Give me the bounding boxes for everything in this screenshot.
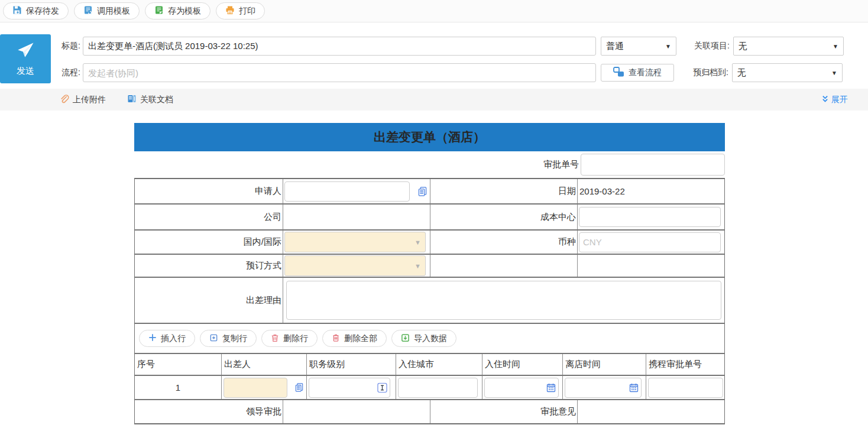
traveler-input[interactable] [224, 378, 287, 398]
trip-reason-cell [283, 278, 724, 323]
upload-attachment-button[interactable]: 上传附件 [59, 94, 106, 106]
copy-row-label: 复制行 [222, 333, 247, 344]
booking-method-select[interactable]: ▼ [284, 255, 426, 276]
trash-all-icon [332, 333, 340, 344]
currency-input[interactable] [579, 232, 721, 252]
dropdown-arrow-icon: ▼ [833, 43, 838, 50]
print-button[interactable]: 打印 [216, 2, 265, 20]
row-company-costcenter: 公司 成本中心 [135, 203, 724, 229]
form-title: 出差变更单（酒店） [134, 123, 725, 151]
related-doc-label: 关联文档 [140, 95, 173, 105]
ctrip-approval-no-input[interactable] [648, 378, 723, 398]
cost-center-label: 成本中心 [430, 205, 577, 229]
business-trip-form: 出差变更单（酒店） 审批单号 申请人 日期 2019-03-22 公司 成本中心 [134, 123, 725, 424]
person-picker-icon[interactable] [418, 186, 427, 197]
dropdown-arrow-icon: ▼ [414, 239, 421, 246]
save-draft-label: 保存待发 [26, 6, 59, 17]
print-label: 打印 [239, 6, 255, 17]
dropdown-arrow-icon: ▼ [831, 70, 837, 76]
delete-row-button[interactable]: 删除行 [261, 330, 318, 347]
cost-center-input[interactable] [579, 207, 721, 227]
insert-row-label: 插入行 [161, 333, 186, 344]
traveler-cell [221, 376, 306, 399]
related-project-select[interactable]: 无 ▼ [733, 37, 844, 56]
calendar-icon[interactable] [546, 383, 556, 392]
row-leader-approval: 领导审批 审批意见 [135, 399, 724, 423]
person-picker-icon[interactable] [295, 382, 303, 392]
row-trip-reason: 出差理由 [135, 277, 724, 323]
trip-reason-textarea[interactable] [286, 281, 721, 320]
load-template-button[interactable]: 调用模板 [74, 2, 140, 20]
double-chevron-down-icon [821, 95, 829, 105]
send-button[interactable]: 发送 [0, 34, 51, 83]
col-header-job-level: 职务级别 [306, 354, 396, 375]
import-icon [401, 333, 410, 344]
applicant-label: 申请人 [135, 179, 283, 203]
flow-input[interactable] [83, 63, 596, 82]
title-label: 标题: [61, 41, 80, 51]
insert-row-button[interactable]: 插入行 [139, 330, 195, 347]
send-label: 发送 [17, 66, 34, 77]
row-booking-method: 预订方式 ▼ [135, 254, 724, 277]
date-value: 2019-03-22 [577, 179, 724, 203]
cost-center-cell [577, 205, 724, 229]
prearchive-value: 无 [737, 67, 746, 79]
applicant-cell [283, 179, 430, 203]
paper-plane-icon [15, 41, 36, 63]
title-input[interactable] [83, 37, 596, 56]
row-number: 1 [135, 376, 221, 399]
leader-approval-cell [283, 400, 430, 423]
import-data-label: 导入数据 [414, 333, 447, 344]
col-header-checkin-time: 入住时间 [482, 354, 562, 375]
approval-number-input[interactable] [581, 154, 725, 176]
domestic-intl-label: 国内/国际 [135, 231, 283, 254]
form-table: 申请人 日期 2019-03-22 公司 成本中心 国内/国际 [134, 178, 725, 424]
date-label: 日期 [430, 179, 577, 203]
checkin-time-cell [482, 376, 562, 399]
dropdown-arrow-icon: ▼ [414, 262, 421, 270]
job-level-cell [306, 376, 396, 399]
prearchive-select[interactable]: 无 ▼ [732, 63, 843, 82]
related-doc-button[interactable]: 关联文档 [127, 94, 173, 105]
save-draft-button[interactable]: 保存待发 [3, 2, 69, 20]
save-template-label: 存为模板 [168, 6, 201, 17]
save-template-icon [154, 5, 164, 17]
toolbar: 保存待发 调用模板 存为模板 打印 [0, 0, 868, 22]
load-template-label: 调用模板 [97, 6, 130, 17]
level-picker-icon[interactable] [377, 382, 387, 392]
col-header-checkin-city: 入住城市 [396, 354, 482, 375]
currency-label: 币种 [430, 231, 577, 254]
applicant-input[interactable] [284, 181, 410, 202]
company-label: 公司 [135, 205, 283, 229]
view-flow-label: 查看流程 [629, 67, 662, 78]
save-template-button[interactable]: 存为模板 [145, 2, 210, 20]
row-action-buttons: 插入行 复制行 删除行 删除全部 导入数据 [135, 323, 724, 353]
trash-icon [271, 333, 279, 344]
page: 保存待发 调用模板 存为模板 打印 发送 标题: 普通 ▼ 关联项目: 无 ▼ [0, 0, 868, 438]
ctrip-approval-no-cell [646, 376, 724, 399]
leader-approval-label: 领导审批 [135, 400, 283, 423]
domestic-intl-select[interactable]: ▼ [284, 232, 426, 252]
booking-method-label: 预订方式 [135, 255, 283, 277]
row-applicant-date: 申请人 日期 2019-03-22 [135, 179, 724, 203]
prearchive-label: 预归档到: [693, 67, 728, 78]
upload-attachment-label: 上传附件 [73, 95, 106, 105]
header-row-title: 标题: 普通 ▼ 关联项目: 无 ▼ [61, 37, 844, 56]
print-icon [225, 5, 235, 17]
delete-all-label: 删除全部 [344, 333, 377, 344]
copy-row-button[interactable]: 复制行 [200, 330, 257, 347]
col-header-ctrip-approval-no: 携程审批单号 [646, 354, 724, 375]
calendar-icon[interactable] [629, 383, 639, 392]
approval-number-row: 审批单号 [134, 151, 725, 178]
expand-link[interactable]: 展开 [821, 95, 848, 105]
expand-label: 展开 [831, 95, 848, 105]
checkin-city-input[interactable] [398, 378, 478, 398]
priority-select[interactable]: 普通 ▼ [601, 37, 676, 56]
paperclip-icon [59, 94, 69, 106]
import-data-button[interactable]: 导入数据 [391, 330, 456, 347]
col-header-traveler: 出差人 [221, 354, 306, 375]
flow-label: 流程: [61, 67, 80, 78]
flow-diagram-icon [613, 67, 624, 79]
view-flow-button[interactable]: 查看流程 [601, 64, 674, 82]
delete-all-button[interactable]: 删除全部 [322, 330, 387, 347]
